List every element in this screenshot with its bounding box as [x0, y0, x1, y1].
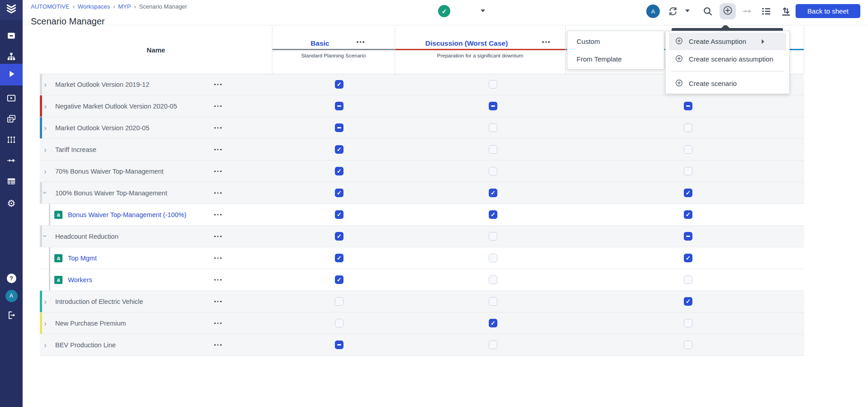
expand-chevron-icon[interactable]: › — [44, 319, 47, 327]
collapse-chevron-icon[interactable]: › — [41, 235, 49, 237]
scenario-checkbox[interactable] — [489, 80, 497, 89]
expand-chevron-icon[interactable]: › — [44, 298, 47, 306]
assumption-link[interactable]: Workers — [68, 276, 92, 284]
scenario-checkbox[interactable] — [684, 123, 692, 132]
sidebar-item-presentations[interactable] — [0, 111, 23, 129]
scenario-checkbox[interactable] — [684, 210, 692, 219]
scenario-column-title[interactable]: Basic — [272, 39, 367, 47]
scenario-checkbox[interactable] — [684, 297, 692, 306]
scenario-checkbox[interactable] — [335, 232, 343, 241]
menu-item-custom[interactable]: Custom — [568, 33, 664, 50]
menu-item-create-assumption[interactable]: Create Assumption — [669, 33, 786, 50]
expand-chevron-icon[interactable]: › — [44, 167, 47, 175]
row-menu-button[interactable] — [214, 344, 222, 346]
breadcrumb-item-automotive[interactable]: AUTOMOTIVE — [31, 3, 70, 10]
scenario-checkbox[interactable] — [489, 145, 497, 154]
sidebar-item-models[interactable] — [0, 132, 23, 150]
menu-item-create-scenario-assumption[interactable]: Create scenario assumption — [666, 50, 789, 68]
scenario-checkbox[interactable] — [335, 254, 343, 262]
sidebar-item-data-tables[interactable] — [0, 173, 23, 191]
scenario-checkbox[interactable] — [335, 297, 343, 306]
table-row: aTop Mgmt — [40, 247, 804, 269]
refresh-caret-down-icon[interactable] — [685, 9, 690, 12]
import-export-icon[interactable] — [781, 6, 792, 17]
scenario-checkbox[interactable] — [684, 145, 692, 154]
back-to-sheet-button[interactable]: Back to sheet — [796, 4, 860, 18]
row-menu-button[interactable] — [214, 192, 222, 194]
assumption-link[interactable]: Top Mgmt — [68, 255, 97, 262]
scenario-checkbox[interactable] — [335, 145, 343, 154]
sidebar-item-simulation[interactable] — [0, 90, 23, 108]
menu-item-from-template[interactable]: From Template — [568, 50, 664, 68]
scenario-checkbox[interactable] — [684, 232, 692, 241]
sidebar-item-archive[interactable] — [0, 28, 23, 46]
scenario-checkbox[interactable] — [335, 189, 343, 197]
column-menu-button[interactable] — [542, 41, 550, 43]
scenario-checkbox[interactable] — [489, 123, 497, 132]
sidebar-item-logout[interactable] — [0, 307, 23, 325]
expand-chevron-icon[interactable]: › — [44, 341, 47, 349]
scenario-checkbox[interactable] — [489, 232, 497, 241]
row-menu-button[interactable] — [214, 149, 222, 151]
row-menu-button[interactable] — [214, 322, 222, 324]
expand-chevron-icon[interactable]: › — [44, 80, 47, 89]
scenario-checkbox[interactable] — [489, 102, 497, 110]
scenario-checkbox[interactable] — [489, 189, 497, 197]
scenario-checkbox[interactable] — [335, 123, 343, 132]
scenario-checkbox[interactable] — [684, 102, 692, 110]
scenario-checkbox[interactable] — [489, 275, 497, 284]
row-menu-button[interactable] — [214, 84, 222, 85]
status-caret-down-icon[interactable] — [481, 9, 485, 12]
row-menu-button[interactable] — [214, 236, 222, 237]
row-menu-button[interactable] — [214, 279, 222, 281]
row-menu-button[interactable] — [214, 301, 222, 303]
scenario-checkbox[interactable] — [489, 319, 497, 327]
scenario-checkbox[interactable] — [335, 102, 343, 110]
scenario-checkbox[interactable] — [684, 167, 692, 175]
scenario-column-title[interactable]: Discussion (Worst Case) — [395, 39, 538, 47]
list-view-icon[interactable] — [761, 6, 772, 17]
sidebar-item-settings[interactable]: ⚙ — [0, 194, 23, 212]
scenario-checkbox[interactable] — [684, 275, 692, 284]
scenario-checkbox[interactable] — [684, 189, 692, 197]
scenario-checkbox[interactable] — [489, 254, 497, 262]
scenario-checkbox[interactable] — [489, 210, 497, 219]
collapse-chevron-icon[interactable]: › — [41, 191, 49, 194]
breadcrumb-item-myp[interactable]: MYP — [118, 3, 131, 10]
sidebar-item-scenarios-active[interactable] — [0, 64, 23, 85]
scenario-checkbox[interactable] — [335, 319, 343, 327]
expand-chevron-icon[interactable]: › — [44, 146, 47, 154]
row-menu-button[interactable] — [214, 257, 222, 259]
menu-item-label: Create scenario assumption — [689, 55, 773, 63]
status-check-icon[interactable]: ✓ — [438, 5, 450, 17]
create-button[interactable] — [720, 3, 736, 19]
scenario-checkbox[interactable] — [335, 341, 343, 349]
scenario-checkbox[interactable] — [335, 167, 343, 175]
row-menu-button[interactable] — [214, 214, 222, 216]
scenario-checkbox[interactable] — [489, 167, 497, 175]
expand-chevron-icon[interactable]: › — [44, 102, 47, 110]
scenario-checkbox[interactable] — [684, 341, 692, 349]
app-logo[interactable] — [0, 0, 23, 20]
row-menu-button[interactable] — [214, 127, 222, 129]
row-menu-button[interactable] — [214, 105, 222, 107]
column-menu-button[interactable] — [357, 41, 364, 43]
scenario-checkbox[interactable] — [335, 80, 343, 89]
sidebar-item-help[interactable]: ? — [0, 269, 23, 287]
expand-chevron-icon[interactable]: › — [44, 124, 47, 132]
sidebar-user-avatar[interactable]: A — [0, 287, 23, 305]
scenario-checkbox[interactable] — [489, 297, 497, 306]
menu-item-create-scenario[interactable]: Create scenario — [666, 75, 789, 92]
row-menu-button[interactable] — [214, 170, 222, 172]
scenario-checkbox[interactable] — [335, 275, 343, 284]
scenario-checkbox[interactable] — [489, 341, 497, 349]
search-icon[interactable] — [702, 6, 713, 17]
scenario-checkbox[interactable] — [684, 319, 692, 327]
scenario-checkbox[interactable] — [335, 210, 343, 219]
breadcrumb-item-workspaces[interactable]: Workspaces — [78, 3, 110, 10]
sidebar-item-dataflows[interactable] — [0, 152, 23, 170]
user-avatar[interactable]: A — [646, 5, 660, 18]
assumption-link[interactable]: Bonus Waiver Top-Management (-100%) — [68, 211, 186, 218]
scenario-checkbox[interactable] — [684, 254, 692, 262]
refresh-icon[interactable] — [668, 6, 678, 17]
